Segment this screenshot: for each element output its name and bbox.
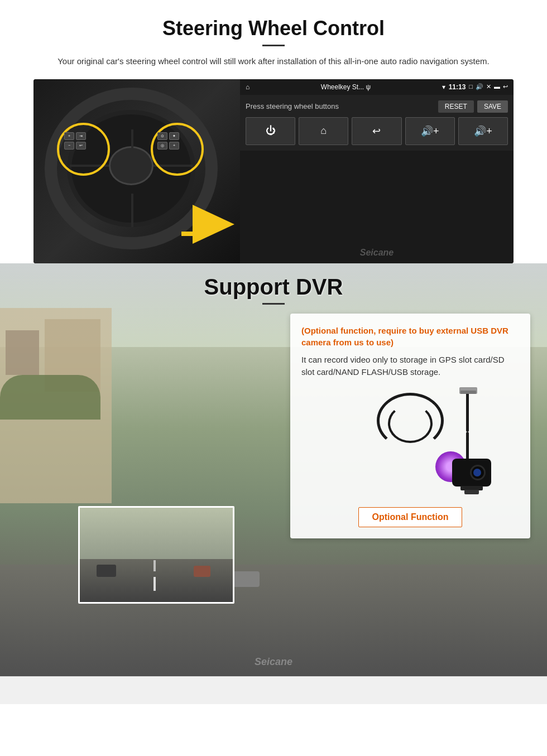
optional-function-container: Optional Function bbox=[301, 507, 519, 527]
dvr-camera-illustration bbox=[301, 387, 519, 499]
steering-controls-panel: Press steering wheel buttons RESET SAVE … bbox=[240, 95, 514, 151]
home-btn[interactable]: ⌂ bbox=[299, 117, 348, 145]
status-icons: □ 🔊 ✕ ▬ ↩ bbox=[469, 83, 508, 90]
dvr-description: It can record video only to storage in G… bbox=[301, 354, 519, 379]
steering-label-row: Press steering wheel buttons RESET SAVE bbox=[246, 100, 508, 113]
vol-down-btn[interactable]: 🔊+ bbox=[405, 117, 455, 145]
vol-up-btn[interactable]: 🔊+ bbox=[458, 117, 508, 145]
dvr-title-area: Support DVR bbox=[0, 275, 547, 305]
statusbar-time: 11:13 bbox=[449, 83, 466, 91]
dvr-preview-thumbnail bbox=[78, 506, 234, 604]
home-icon: ⌂ bbox=[246, 83, 249, 91]
volume-icon: 🔊 bbox=[476, 83, 483, 90]
steering-divider bbox=[262, 45, 285, 46]
bottom-bar bbox=[0, 676, 547, 704]
steering-subtitle: Your original car's steering wheel contr… bbox=[33, 55, 514, 68]
android-ui: ⌂ Wheelkey St... ψ ▾ 11:13 □ 🔊 ✕ ▬ ↩ Pre… bbox=[240, 79, 514, 263]
press-buttons-label: Press steering wheel buttons bbox=[246, 102, 339, 110]
dvr-road-view bbox=[80, 508, 233, 602]
steering-title: Steering Wheel Control bbox=[33, 17, 514, 40]
steering-composite-image: + ⇥ − ↩ ⊙ ✦ ◎ + ⌂ Wheelkey St... ψ ▾ bbox=[33, 79, 514, 263]
app-name: Wheelkey St... ψ bbox=[253, 83, 438, 91]
screen-icon: ▬ bbox=[494, 83, 500, 90]
android-statusbar: ⌂ Wheelkey St... ψ ▾ 11:13 □ 🔊 ✕ ▬ ↩ bbox=[240, 79, 514, 95]
steering-wheel-image: + ⇥ − ↩ ⊙ ✦ ◎ + bbox=[33, 79, 240, 263]
dvr-section: Support DVR (Optional function, require … bbox=[0, 263, 547, 676]
dvr-optional-note: (Optional function, require to buy exter… bbox=[301, 325, 519, 348]
seicane-watermark-steering: Seicane bbox=[240, 151, 514, 263]
optional-function-button[interactable]: Optional Function bbox=[358, 507, 463, 527]
power-btn[interactable]: ⏻ bbox=[246, 117, 295, 145]
save-button[interactable]: SAVE bbox=[477, 100, 508, 113]
camera-icon: □ bbox=[469, 83, 473, 90]
seicane-watermark-dvr: Seicane bbox=[255, 656, 292, 668]
steering-section: Steering Wheel Control Your original car… bbox=[0, 0, 547, 263]
dvr-title: Support DVR bbox=[0, 275, 547, 300]
dvr-divider bbox=[262, 303, 285, 305]
back-btn[interactable]: ↩ bbox=[352, 117, 401, 145]
wifi-icon: ▾ bbox=[442, 83, 445, 91]
x-icon: ✕ bbox=[486, 83, 491, 90]
reset-button[interactable]: RESET bbox=[438, 100, 474, 113]
dvr-info-card: (Optional function, require to buy exter… bbox=[290, 314, 530, 538]
back-icon: ↩ bbox=[503, 83, 508, 90]
steering-buttons-grid: ⏻ ⌂ ↩ 🔊+ 🔊+ bbox=[246, 117, 508, 145]
